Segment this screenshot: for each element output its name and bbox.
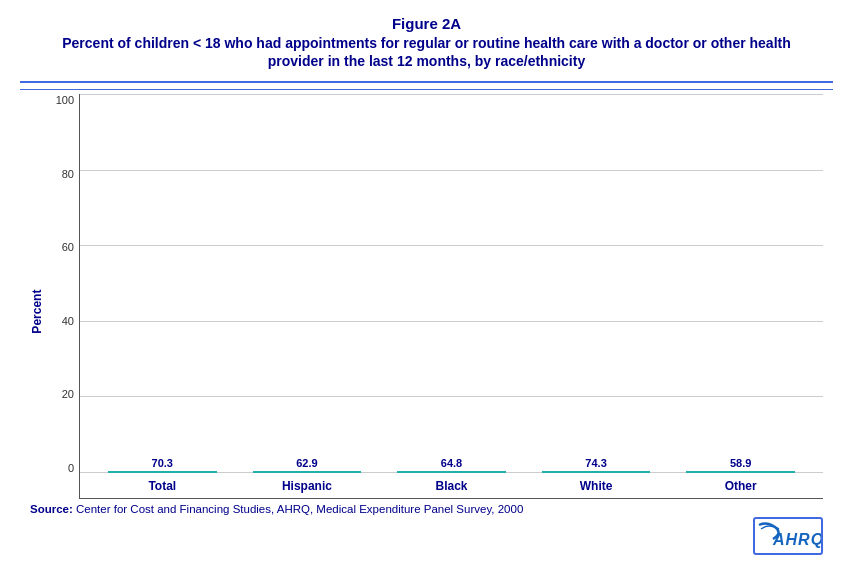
bars-row: 70.362.964.874.358.9 (80, 94, 823, 473)
x-label: White (524, 479, 669, 493)
bar-value-label: 64.8 (441, 457, 462, 469)
source-label: Source: (30, 503, 73, 515)
x-labels: TotalHispanicBlackWhiteOther (80, 473, 823, 498)
chart-inner: 100806040200 70.362.964.874.358.9 TotalH… (44, 94, 823, 499)
bar-group: 62.9 (235, 457, 380, 473)
divider-bottom (20, 89, 833, 90)
bar-group: 74.3 (524, 457, 669, 473)
x-label: Hispanic (235, 479, 380, 493)
ahrq-logo-inner: AHRQ (753, 517, 823, 555)
ahrq-logo-svg: AHRQ (755, 519, 821, 553)
divider-top (20, 81, 833, 83)
y-tick: 20 (62, 388, 74, 400)
page: Figure 2A Percent of children < 18 who h… (0, 0, 853, 569)
source-text: Center for Cost and Financing Studies, A… (73, 503, 523, 515)
source-section: Source: Center for Cost and Financing St… (20, 499, 833, 517)
bar-value-label: 74.3 (585, 457, 606, 469)
title-section: Figure 2A Percent of children < 18 who h… (20, 10, 833, 75)
ahrq-logo: AHRQ (753, 517, 823, 555)
figure-label: Figure 2A (40, 15, 813, 32)
bar-value-label: 70.3 (152, 457, 173, 469)
bar-group: 58.9 (668, 457, 813, 473)
y-tick: 60 (62, 241, 74, 253)
svg-text:AHRQ: AHRQ (772, 531, 821, 548)
bar-group: 70.3 (90, 457, 235, 473)
y-tick: 0 (68, 462, 74, 474)
x-label: Total (90, 479, 235, 493)
y-tick: 80 (62, 168, 74, 180)
bar-value-label: 58.9 (730, 457, 751, 469)
x-label: Black (379, 479, 524, 493)
chart-container: 100806040200 70.362.964.874.358.9 TotalH… (44, 94, 823, 499)
y-tick: 100 (56, 94, 74, 106)
x-label: Other (668, 479, 813, 493)
bars-section: 70.362.964.874.358.9 TotalHispanicBlackW… (79, 94, 823, 499)
bar-group: 64.8 (379, 457, 524, 473)
bar-value-label: 62.9 (296, 457, 317, 469)
y-axis: 100806040200 (44, 94, 79, 499)
chart-area: Percent 100806040200 70.362.964.874.358.… (20, 94, 833, 499)
footer-row: AHRQ (20, 517, 833, 559)
y-axis-label: Percent (30, 94, 44, 499)
y-tick: 40 (62, 315, 74, 327)
figure-subtitle: Percent of children < 18 who had appoint… (40, 34, 813, 70)
